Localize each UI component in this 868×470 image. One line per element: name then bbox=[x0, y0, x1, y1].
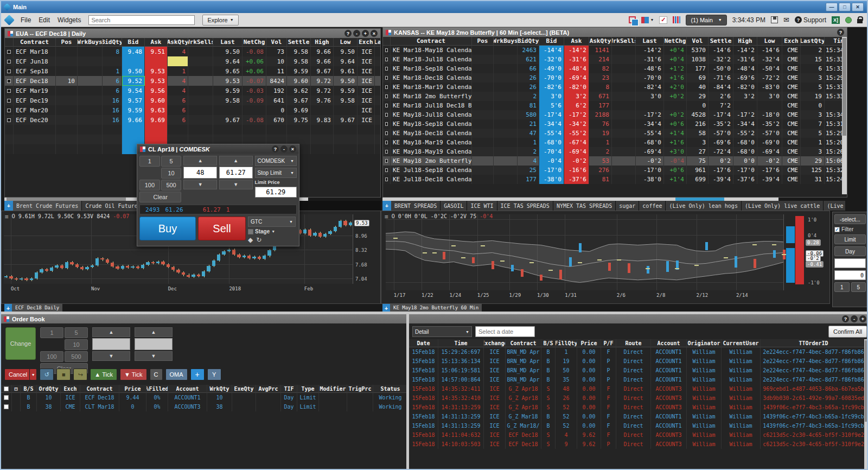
table-row[interactable]: KE Mar18-Mar19 Calendar26-82'6-82'08-82'… bbox=[383, 82, 847, 92]
row-expander[interactable] bbox=[5, 96, 14, 105]
add-tab-icon[interactable]: + bbox=[382, 304, 390, 312]
ladder-ask-segment[interactable] bbox=[795, 216, 804, 284]
stop-icon[interactable]: ■ bbox=[56, 369, 71, 380]
qty-5-button[interactable]: 5 bbox=[65, 327, 88, 338]
chart-tab[interactable]: (Live Only) live cattle bbox=[742, 201, 824, 211]
column-header[interactable]: Price bbox=[577, 339, 601, 347]
hamburger-icon[interactable]: ≡ bbox=[5, 213, 9, 220]
row-expander[interactable] bbox=[383, 129, 391, 138]
expand-row-icon[interactable] bbox=[7, 99, 11, 103]
price-up-button[interactable]: ▲ bbox=[135, 327, 173, 337]
column-header[interactable]: NetChg bbox=[242, 38, 266, 47]
table-row[interactable]: B10ICEECF Dec189.440%ACCOUNT110DayLimitW… bbox=[1, 393, 406, 402]
column-header[interactable]: Modifier bbox=[319, 385, 347, 393]
table-row[interactable]: KE Jul18-Sep18 Calendar25-17'0-16'6276-1… bbox=[383, 166, 847, 175]
row-expander[interactable] bbox=[383, 147, 391, 156]
column-header[interactable]: CurrentUser bbox=[722, 339, 761, 347]
expand-row-icon[interactable] bbox=[7, 89, 11, 93]
row-expander[interactable] bbox=[5, 76, 14, 86]
column-header[interactable]: Ask bbox=[564, 37, 589, 46]
column-header[interactable]: Bid bbox=[539, 37, 564, 46]
history-icon[interactable]: ↺ bbox=[40, 369, 54, 380]
column-header[interactable]: AskQty bbox=[589, 37, 612, 46]
column-header[interactable]: Settle bbox=[709, 37, 733, 46]
column-header[interactable]: Originator bbox=[687, 339, 722, 347]
table-row[interactable]: KE May18-May19 Calendar2-70'4-69'42-69'4… bbox=[383, 147, 847, 156]
tick-down-button[interactable]: ▼Tick bbox=[120, 369, 147, 380]
table-row[interactable]: 15Feb1815:29:26:697ICEBRN_MD AprB10.00FD… bbox=[409, 347, 865, 357]
detail-mode-dropdown[interactable]: Detail▼ bbox=[412, 326, 472, 337]
row-expander[interactable] bbox=[5, 66, 14, 76]
ladder-bid-segment[interactable] bbox=[786, 248, 795, 283]
column-header[interactable]: Low bbox=[757, 37, 782, 46]
support-button[interactable]: ? Support bbox=[795, 16, 826, 24]
expand-row-icon[interactable] bbox=[7, 118, 11, 122]
table-row[interactable]: 15Feb1814:31:13:259ICEG_Z Mar18B520.00FD… bbox=[409, 412, 865, 421]
column-header[interactable]: B/S bbox=[21, 385, 37, 393]
column-header[interactable]: Contract bbox=[506, 339, 541, 347]
layout-picker-button[interactable]: ▼ bbox=[641, 17, 654, 23]
column-header[interactable]: AskQty bbox=[168, 38, 188, 47]
order-type-button[interactable]: Limit bbox=[834, 234, 866, 244]
expand-row-icon[interactable] bbox=[385, 141, 388, 144]
cancel-dropdown[interactable]: ▼ bbox=[29, 369, 37, 380]
price-up-button[interactable]: ▲ bbox=[219, 156, 253, 166]
kansas-vertical-scrollbar[interactable] bbox=[842, 37, 847, 194]
order-type-dropdown[interactable]: Stop Limit▼ bbox=[255, 168, 297, 178]
table-row[interactable]: ECF Dec19169.579.6069.58-0.096419.679.76… bbox=[5, 96, 380, 105]
expand-row-icon[interactable] bbox=[385, 58, 388, 61]
expand-row-icon[interactable] bbox=[7, 109, 11, 112]
qty-500-button[interactable]: 500 bbox=[65, 351, 88, 362]
expand-row-icon[interactable] bbox=[385, 76, 388, 80]
refresh-icon[interactable]: ↻ bbox=[256, 236, 261, 244]
help-icon[interactable]: ? bbox=[272, 145, 279, 153]
table-row[interactable]: ECF Dec181069.529.5349.53-0.0784249.609.… bbox=[5, 76, 380, 86]
explore-button[interactable]: Explore ▼ bbox=[202, 15, 238, 26]
price-field[interactable] bbox=[834, 258, 866, 268]
add-order-button[interactable]: + bbox=[190, 369, 205, 380]
date-filter-input[interactable] bbox=[475, 326, 535, 337]
column-header[interactable]: Account bbox=[651, 339, 687, 347]
stage-toggle[interactable]: Stage ▼ bbox=[248, 228, 296, 234]
clear-button[interactable]: Clear bbox=[139, 192, 181, 202]
column-header[interactable]: Type bbox=[297, 385, 319, 393]
table-row[interactable]: KE Mar18-Sep18 Calendar66-49'0-48'482-48… bbox=[383, 64, 847, 73]
table-row[interactable]: KE Mar18 2mo Butterfly23'03'26713'0+0'22… bbox=[383, 92, 847, 101]
column-header[interactable]: WrkBuys bbox=[494, 37, 518, 46]
column-header[interactable]: BidQty bbox=[518, 37, 539, 46]
row-expander[interactable] bbox=[383, 82, 391, 92]
expand-row-icon[interactable] bbox=[385, 122, 388, 126]
row-expander[interactable] bbox=[383, 46, 391, 55]
row-checkbox[interactable] bbox=[4, 395, 9, 400]
table-row[interactable]: KE May18-Jul18 Calendar580-17'4-17'22188… bbox=[383, 110, 847, 119]
table-row[interactable]: KE May18-Mar19 Calendar1-68'0-67'41-68'0… bbox=[383, 138, 847, 147]
order-qty-input[interactable] bbox=[183, 167, 217, 179]
column-header[interactable]: Exchange bbox=[484, 339, 506, 347]
column-header[interactable]: Low bbox=[334, 38, 358, 47]
eua-panel-header[interactable]: EUA -- ECF Dec18 | Daily ? - + × bbox=[5, 29, 380, 38]
column-header[interactable]: TrigPrc bbox=[347, 385, 373, 393]
maximize-window-button[interactable]: □ bbox=[839, 3, 851, 11]
row-expander[interactable] bbox=[5, 56, 14, 66]
help-icon[interactable]: ? bbox=[837, 29, 844, 36]
help-icon[interactable]: ? bbox=[842, 315, 849, 322]
column-header[interactable]: %Filled bbox=[146, 385, 168, 393]
chart-tab[interactable]: coffee bbox=[639, 201, 666, 211]
column-header[interactable]: Exch bbox=[782, 37, 801, 46]
left-chart-bottom-tab[interactable]: + ECF Dec18 Daily bbox=[4, 304, 62, 312]
column-header[interactable]: Bid bbox=[122, 38, 145, 47]
change-button[interactable]: Change bbox=[5, 327, 36, 360]
column-header[interactable]: TIF bbox=[281, 385, 297, 393]
qty-down-button[interactable]: ▼ bbox=[183, 180, 217, 189]
table-row[interactable]: 15Feb1814:31:13:259ICEG_Z Mar18/B520.00F… bbox=[409, 421, 865, 430]
branch-icon[interactable]: Y bbox=[207, 369, 221, 380]
chart-tab[interactable]: (Live Only) lean hogs bbox=[666, 201, 741, 211]
expand-row-icon[interactable] bbox=[385, 159, 388, 163]
row-expander[interactable] bbox=[5, 47, 14, 56]
column-header[interactable]: Vol bbox=[687, 37, 709, 46]
copy-layout-icon[interactable] bbox=[629, 16, 636, 23]
table-row[interactable]: KE Jul18-Dec18 Calendar177-38'0-37'681-3… bbox=[383, 175, 847, 184]
table-row[interactable]: 15Feb1814:31:13:259ICEG_Z Apr18S520.00FD… bbox=[409, 403, 865, 412]
add-tab-icon[interactable]: + bbox=[4, 304, 12, 312]
close-icon[interactable]: × bbox=[289, 145, 296, 153]
